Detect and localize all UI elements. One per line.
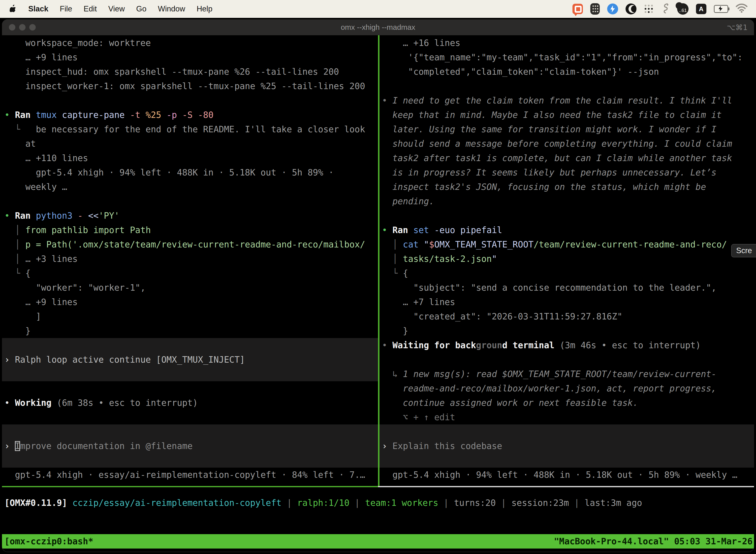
terminal-line: • Ran set -euo pipefail: [379, 223, 754, 237]
text-segment: python3: [36, 211, 78, 221]
text-segment: }: [382, 326, 408, 336]
crescent-icon[interactable]: [626, 3, 636, 14]
terminal-line: [2, 425, 378, 439]
text-segment: readme-and-reco/mailbox/worker-1.json, a…: [382, 384, 716, 393]
left-terminal-pane[interactable]: workspace_mode: worktree … +9 lines insp…: [2, 35, 378, 486]
battery-charging-icon[interactable]: [714, 5, 728, 13]
text-segment: │: [392, 239, 397, 250]
text-segment: "completed","claim_token":"claim-token"}…: [382, 67, 659, 77]
text-segment: [382, 268, 392, 278]
text-segment: (3m 46s • esc to interrupt): [560, 340, 701, 350]
terminal-line: ]: [2, 309, 378, 324]
text-segment: [397, 254, 403, 264]
terminal-line: ⌥ + ↑ edit: [379, 410, 754, 425]
text-segment: [382, 254, 392, 264]
battery-nub: [728, 7, 730, 10]
terminal-line: • Ran python3 - <<'PY': [2, 209, 378, 223]
menu-item-go[interactable]: Go: [136, 4, 146, 13]
terminal-line: [2, 93, 378, 108]
crescent-dark: [631, 5, 636, 12]
tmux-status-bar: [omx-cczip0:bash* "MacBook-Pro-44.local"…: [2, 534, 754, 549]
menu-item-slack[interactable]: Slack: [28, 4, 48, 13]
right-terminal-pane[interactable]: … +16 lines '{"team_name":"my-team","tas…: [379, 35, 754, 486]
omx-hud-status-line: [OMX#0.11.9] cczip/essay/ai-reimplementa…: [2, 487, 754, 510]
terminal-line: │ from pathlib import Path: [2, 223, 378, 237]
text-segment: -80: [198, 110, 213, 120]
text-segment: inspect_hud: omx sparkshell --tmux-pane …: [4, 67, 339, 77]
text-segment: mprove documentation in @filename: [20, 441, 192, 451]
terminal-line: }: [379, 324, 754, 338]
terminal-line: │ … +3 lines: [2, 252, 378, 266]
text-segment: task2 after task1 is complete, but can I…: [382, 153, 732, 163]
blue-lightning-icon[interactable]: [607, 3, 618, 14]
text-segment: … +3 lines: [20, 254, 78, 264]
text-segment: tmux: [36, 110, 62, 120]
menu-item-file[interactable]: File: [60, 4, 72, 13]
text-segment: 1 new msg(s): read $OMX_TEAM_STATE_ROOT/…: [403, 369, 716, 379]
terminal-line: └ {: [379, 266, 754, 280]
terminal-line: … +9 lines: [2, 295, 378, 309]
terminal-area: workspace_mode: worktree … +9 lines insp…: [2, 35, 754, 486]
wifi-icon[interactable]: [736, 3, 748, 15]
text-segment: groun: [476, 340, 502, 350]
menu-bar: SlackFileEditViewGoWindowHelp ..61 A: [0, 0, 756, 18]
input-source-letter: A: [699, 5, 704, 13]
text-segment: ": [492, 254, 497, 264]
terminal-line: "worker": "worker-1",: [2, 280, 378, 295]
terminal-line: │ p = Path('.omx/state/team/review-curre…: [2, 237, 378, 252]
terminal-line: weekly …: [2, 180, 378, 194]
dots-grid-icon[interactable]: [644, 4, 654, 14]
terminal-line: [2, 367, 378, 381]
text-segment: $: [429, 239, 434, 250]
text-segment: 'PY': [99, 211, 119, 221]
terminal-cursor: I: [15, 441, 20, 451]
terminal-line: │ cat "$OMX_TEAM_STATE_ROOT/team/review-…: [379, 237, 754, 252]
text-segment: at: [4, 139, 36, 149]
text-segment: capture-pane: [62, 110, 130, 120]
input-source-icon[interactable]: A: [696, 4, 706, 14]
screen-tooltip: Scre: [731, 244, 756, 258]
text-segment: {: [20, 268, 30, 278]
terminal-line: └ {: [2, 266, 378, 280]
text-segment: {: [397, 268, 408, 278]
text-segment: │: [15, 225, 20, 235]
seahorse-icon[interactable]: [661, 3, 670, 15]
text-segment: last:3m ago: [585, 498, 642, 508]
terminal-line: └ be necessary for the end of the README…: [2, 122, 378, 136]
text-segment: [4, 268, 15, 278]
tmux-session-window[interactable]: [omx-cczip0:bash*: [2, 536, 93, 546]
terminal-line: pending.: [379, 194, 754, 209]
menu-item-edit[interactable]: Edit: [83, 4, 97, 13]
text-segment: <<: [88, 211, 99, 221]
text-segment: (6m 38s • esc to interrupt): [57, 398, 198, 408]
keypad-shield-icon[interactable]: [590, 3, 600, 15]
terminal-line: • I need to get the claim token from the…: [379, 93, 754, 108]
text-segment: [397, 239, 403, 250]
text-segment: |: [281, 498, 297, 508]
terminal-line: … +7 lines: [379, 295, 754, 309]
text-segment: '{"team_name":"my-team","task_id":"1","f…: [382, 52, 743, 62]
text-segment: │: [15, 254, 20, 264]
chat-app-icon[interactable]: [572, 4, 583, 14]
text-segment: -p: [167, 110, 182, 120]
text-segment: set: [413, 225, 434, 235]
prompt-input-line[interactable]: › Improve documentation in @filename: [2, 439, 378, 453]
terminal-line: "created_at": "2026-03-31T11:59:27.816Z": [379, 309, 754, 324]
text-segment: Ran: [15, 110, 36, 120]
menu-item-help[interactable]: Help: [197, 4, 212, 13]
terminal-line: }: [2, 324, 378, 338]
text-segment: •: [4, 211, 15, 221]
terminal-line: should send a message before completing …: [379, 136, 754, 151]
text-segment: inspect_worker-1: omx sparkshell --tmux-…: [4, 81, 365, 91]
menu-item-view[interactable]: View: [108, 4, 125, 13]
percent-badge-icon[interactable]: ..61: [677, 3, 689, 15]
terminal-line: continue assigned work or next feasible …: [379, 396, 754, 410]
apple-menu-icon[interactable]: [9, 4, 17, 13]
text-segment: |: [350, 498, 365, 508]
prompt-input-line[interactable]: › Explain this codebase: [379, 439, 754, 453]
menu-item-window[interactable]: Window: [158, 4, 185, 13]
text-segment: •: [4, 398, 15, 408]
text-segment: ralph:1/10: [297, 498, 350, 508]
terminal-line: • Ran tmux capture-pane -t %25 -p -S -80: [2, 108, 378, 122]
window-title-bar[interactable]: omx --xhigh --madmax ⌥⌘1: [2, 19, 754, 35]
